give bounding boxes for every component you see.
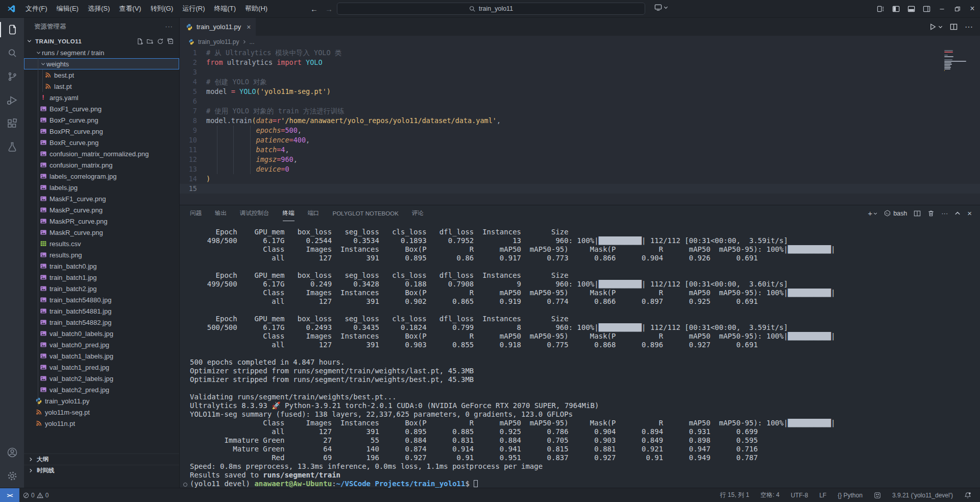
editor-more-actions-icon[interactable]: ··· [965,22,973,32]
run-debug-icon[interactable] [0,88,24,112]
explorer-section-header[interactable]: TRAIN_YOLO11 [24,35,179,47]
customize-layout-button[interactable] [873,0,888,18]
tree-item-val-batch1-pred-jpg[interactable]: val_batch1_pred.jpg [24,362,179,373]
tree-item-results-csv[interactable]: results.csv [24,238,179,249]
minimize-button[interactable] [934,0,949,18]
menu-item[interactable]: 帮助(H) [240,0,272,17]
tree-item-runs-segment-train[interactable]: runs / segment / train [24,47,179,58]
panel-tab-端口[interactable]: 端口 [308,205,320,221]
close-panel-icon[interactable]: × [967,209,972,218]
tree-item-val-batch0-labels-jpg[interactable]: val_batch0_labels.jpg [24,328,179,339]
remote-window-button[interactable] [654,4,668,11]
terminal-instance-item[interactable]: bash [884,210,907,217]
split-terminal-icon[interactable] [914,210,921,217]
tree-item-maskpr-curve-png[interactable]: MaskPR_curve.png [24,216,179,227]
menu-item[interactable]: 查看(V) [114,0,145,17]
panel-tab-评论[interactable]: 评论 [412,205,424,221]
terminal-output[interactable]: Epoch GPU_mem box_loss seg_loss cls_loss… [180,221,980,488]
tree-item-boxr-curve-png[interactable]: BoxR_curve.png [24,137,179,148]
restore-button[interactable] [949,0,965,18]
search-view-icon[interactable] [0,41,24,65]
new-terminal-button[interactable]: + [868,209,877,218]
tree-item-labels-jpg[interactable]: labels.jpg [24,182,179,193]
tree-item-maskr-curve-png[interactable]: MaskR_curve.png [24,227,179,238]
indentation-status[interactable]: 空格: 4 [757,488,783,502]
tree-item-train-batch54881-jpg[interactable]: train_batch54881.jpg [24,305,179,317]
eol-status[interactable]: LF [816,488,830,502]
cursor-position-status[interactable]: 行 15, 列 1 [716,488,752,502]
panel-tab-调试控制台[interactable]: 调试控制台 [240,205,270,221]
new-file-icon[interactable] [136,38,143,45]
close-tab-icon[interactable]: × [247,23,251,31]
tree-item-maskf1-curve-png[interactable]: MaskF1_curve.png [24,193,179,204]
tree-item-best-pt[interactable]: best.pt [24,69,179,81]
kernel-icon[interactable] [870,488,885,502]
tree-item-val-batch1-labels-jpg[interactable]: val_batch1_labels.jpg [24,350,179,362]
toggle-panel-button[interactable] [903,0,919,18]
refresh-icon[interactable] [157,38,164,45]
source-control-icon[interactable] [0,65,24,88]
tab-train-yolo11[interactable]: train_yolo11.py × [180,18,256,36]
toggle-secondary-sidebar-button[interactable] [919,0,934,18]
panel-more-actions-icon[interactable]: ··· [941,209,948,217]
tree-item-labels-correlogram-jpg[interactable]: labels_correlogram.jpg [24,171,179,182]
tree-item-train-yolo11-py[interactable]: train_yolo11.py [24,395,179,407]
tree-item-yolo11m-seg-pt[interactable]: yolo11m-seg.pt [24,407,179,418]
collapse-all-icon[interactable] [167,38,174,45]
notifications-bell-icon[interactable] [961,488,975,502]
nav-back-icon[interactable]: ← [310,5,318,13]
python-interpreter-status[interactable]: 3.9.21 ('yolo11_devel') [889,488,957,502]
panel-tab-POLYGLOT NOTEBOOK[interactable]: POLYGLOT NOTEBOOK [333,205,399,221]
toggle-sidebar-button[interactable] [888,0,903,18]
breadcrumb[interactable]: train_yolo11.py ... [180,36,980,48]
menu-item[interactable]: 编辑(E) [52,0,83,17]
explorer-more-actions-icon[interactable]: ··· [165,23,174,30]
outline-section[interactable]: 大纲 [24,453,179,465]
tree-item-val-batch0-pred-jpg[interactable]: val_batch0_pred.jpg [24,339,179,350]
encoding-status[interactable]: UTF-8 [787,488,812,502]
timeline-section[interactable]: 时间线 [24,465,179,476]
tree-item-confusion-matrix-normalized-png[interactable]: confusion_matrix_normalized.png [24,148,179,159]
minimap[interactable] [944,50,973,73]
tree-item-train-batch1-jpg[interactable]: train_batch1.jpg [24,272,179,283]
tree-item-train-batch2-jpg[interactable]: train_batch2.jpg [24,283,179,294]
panel-tab-输出[interactable]: 输出 [215,205,227,221]
tree-item-val-batch2-pred-jpg[interactable]: val_batch2_pred.jpg [24,384,179,395]
tree-item-boxp-curve-png[interactable]: BoxP_curve.png [24,114,179,126]
close-window-button[interactable]: × [965,0,980,18]
nav-forward-icon[interactable]: → [325,5,333,13]
problems-status[interactable]: 0 0 [19,488,52,502]
explorer-icon[interactable] [0,18,24,41]
new-folder-icon[interactable] [146,38,154,45]
command-search-input[interactable]: train_yolo11 [337,3,645,15]
menu-item[interactable]: 文件(F) [21,0,52,17]
menu-item[interactable]: 运行(R) [178,0,209,17]
remote-indicator[interactable]: >< [0,488,19,502]
tree-item-yolo11n-pt[interactable]: yolo11n.pt [24,418,179,429]
tree-item-weights[interactable]: weights [24,58,179,69]
panel-tab-终端[interactable]: 终端 [283,205,295,221]
tree-item-train-batch54882-jpg[interactable]: train_batch54882.jpg [24,317,179,328]
tree-item-confusion-matrix-png[interactable]: confusion_matrix.png [24,159,179,171]
testing-icon[interactable] [0,135,24,159]
tree-item-results-png[interactable]: results.png [24,249,179,260]
maximize-panel-icon[interactable] [954,210,961,217]
settings-gear-icon[interactable] [0,464,24,488]
menu-item[interactable]: 选择(S) [83,0,114,17]
extensions-icon[interactable] [0,112,24,135]
tree-item-last-pt[interactable]: last.pt [24,81,179,92]
menu-item[interactable]: 转到(G) [146,0,178,17]
tree-item-maskp-curve-png[interactable]: MaskP_curve.png [24,204,179,216]
language-mode-status[interactable]: {} Python [834,488,866,502]
tree-item-boxpr-curve-png[interactable]: BoxPR_curve.png [24,126,179,137]
tree-item-args-yaml[interactable]: !args.yaml [24,92,179,103]
account-icon[interactable] [0,441,24,464]
tree-item-val-batch2-labels-jpg[interactable]: val_batch2_labels.jpg [24,373,179,384]
tree-item-train-batch0-jpg[interactable]: train_batch0.jpg [24,260,179,272]
tree-item-boxf1-curve-png[interactable]: BoxF1_curve.png [24,103,179,114]
code-editor[interactable]: 1# 从 Ultralytics 模块中导入 YOLO 类2from ultra… [180,48,980,205]
panel-tab-问题[interactable]: 问题 [190,205,202,221]
run-python-file-button[interactable] [929,23,943,31]
split-editor-icon[interactable] [950,23,958,31]
menu-item[interactable]: 终端(T) [209,0,240,17]
